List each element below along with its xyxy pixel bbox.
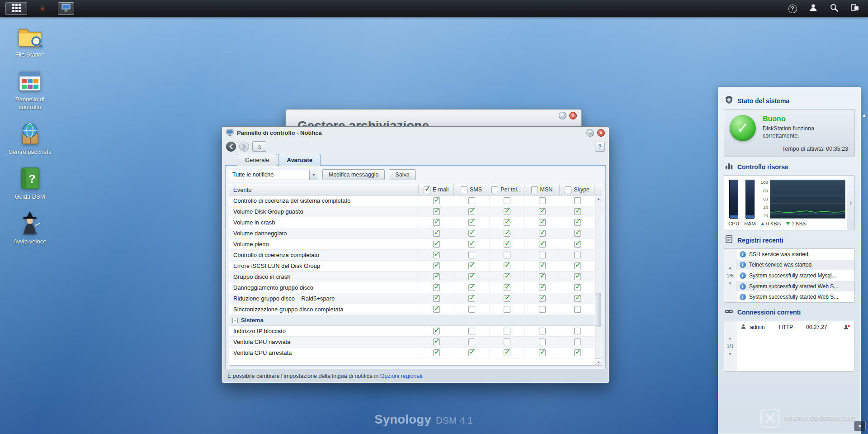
desktop-icon-guida-dsm[interactable]: ?Guida DSM [5,166,55,200]
row-checkbox-sms[interactable] [468,295,475,302]
row-checkbox-per-tel[interactable] [504,197,510,204]
row-checkbox-per-tel[interactable] [504,273,510,280]
close-button[interactable]: × [597,129,605,137]
tab-avanzate[interactable]: Avanzate [278,154,321,166]
row-checkbox-msn[interactable] [539,262,546,269]
scrollbar-thumb[interactable] [596,293,601,327]
resource-expand-button[interactable]: › [847,176,854,230]
row-checkbox-e-mail[interactable] [433,219,440,226]
desktop-icon-centro-pacchetti[interactable]: Centro pacchetti [5,121,55,156]
connection-row[interactable]: admin HTTP 00:27:27 [736,321,854,333]
scroll-up-icon[interactable]: ▲ [595,196,602,202]
row-checkbox-msn[interactable] [539,241,546,248]
table-row[interactable]: Riduzione gruppo disco – Raid5+spare [229,293,595,304]
row-checkbox-skype[interactable] [574,284,581,291]
table-row[interactable]: Volume Disk Group guasto [229,206,595,217]
column-checkbox-msn[interactable] [531,186,538,193]
row-checkbox-sms[interactable] [468,197,475,204]
pager-down-icon[interactable]: ▼ [728,281,732,286]
row-checkbox-sms[interactable] [468,262,475,269]
row-checkbox-skype[interactable] [574,197,581,204]
row-checkbox-per-tel[interactable] [504,295,510,302]
row-checkbox-msn[interactable] [539,252,546,258]
row-checkbox-skype[interactable] [574,230,581,237]
row-checkbox-skype[interactable] [574,219,581,226]
table-row[interactable]: Volume danneggiato [229,228,595,239]
row-checkbox-skype[interactable] [574,339,581,345]
row-checkbox-e-mail[interactable] [433,197,440,204]
scrollbar-track[interactable] [595,202,602,358]
row-checkbox-e-mail[interactable] [433,284,440,291]
column-header-e-mail[interactable]: E-mail [419,184,454,195]
table-row[interactable]: Controllo di coerenza del sistema comple… [229,196,595,206]
close-button[interactable]: × [569,112,577,119]
table-row[interactable]: Ventola CPU arrestata [229,348,595,358]
table-row[interactable]: Controllo di coerenza completato [229,250,595,261]
row-checkbox-msn[interactable] [539,295,546,302]
help-button[interactable]: ? [787,3,798,14]
column-header-per-tel[interactable]: Per tel... [489,184,524,195]
log-item[interactable]: iSystem successfully started Web S... [736,291,854,302]
row-checkbox-msn[interactable] [539,306,546,313]
column-checkbox-skype[interactable] [565,186,571,193]
row-checkbox-e-mail[interactable] [433,241,440,248]
row-checkbox-msn[interactable] [539,349,546,356]
window-titlebar[interactable]: Pannello di controllo - Notifica – × [225,127,606,139]
main-menu-button[interactable] [5,2,27,15]
row-checkbox-sms[interactable] [468,328,475,334]
pager-up-icon[interactable]: ▲ [728,336,732,340]
row-checkbox-msn[interactable] [539,219,546,226]
table-row[interactable]: Indirizzo IP bloccato [229,326,595,337]
home-button[interactable]: ⌂ [252,141,266,152]
column-header-sms[interactable]: SMS [454,184,489,195]
back-button[interactable] [226,142,236,152]
row-checkbox-per-tel[interactable] [504,262,510,269]
row-checkbox-skype[interactable] [574,349,581,356]
row-checkbox-sms[interactable] [468,273,475,280]
desktop-icon-pannello-di-controllo[interactable]: Pannello di controllo [5,68,55,111]
row-checkbox-per-tel[interactable] [504,219,510,226]
save-button[interactable]: Salva [389,169,415,180]
minimize-button[interactable]: – [559,112,566,119]
row-checkbox-skype[interactable] [574,295,581,302]
row-checkbox-per-tel[interactable] [504,328,510,334]
pager-up-icon[interactable]: ▲ [728,266,732,270]
row-checkbox-per-tel[interactable] [504,284,510,291]
row-checkbox-e-mail[interactable] [433,252,440,258]
collapse-icon[interactable]: − [232,318,238,323]
table-row[interactable]: Sincronizzazione gruppo disco completata [229,304,595,315]
row-checkbox-skype[interactable] [574,241,581,248]
row-checkbox-msn[interactable] [539,284,546,291]
row-checkbox-e-mail[interactable] [433,208,440,215]
log-item[interactable]: iSystem successfully started Mysql... [736,270,854,281]
row-checkbox-per-tel[interactable] [504,252,510,258]
column-checkbox-e-mail[interactable] [424,186,430,193]
log-item[interactable]: iTelnet service was started. [736,260,854,271]
row-checkbox-per-tel[interactable] [504,306,510,313]
row-checkbox-e-mail[interactable] [433,295,440,302]
row-checkbox-msn[interactable] [539,208,546,215]
row-checkbox-sms[interactable] [468,252,475,258]
forward-button[interactable] [239,142,249,152]
table-row[interactable]: Volume pieno [229,239,595,250]
quick-launch-task-button[interactable] [34,2,51,15]
row-checkbox-msn[interactable] [539,273,546,280]
row-checkbox-sms[interactable] [468,349,475,356]
user-menu-button[interactable] [807,3,819,14]
row-checkbox-e-mail[interactable] [433,328,440,334]
tab-generale[interactable]: Generale [237,154,277,166]
row-checkbox-skype[interactable] [574,208,581,215]
regional-options-link[interactable]: Opzioni regionali [380,373,422,379]
row-checkbox-skype[interactable] [574,252,581,258]
row-checkbox-per-tel[interactable] [504,349,510,356]
control-panel-task-button[interactable] [58,2,74,15]
notification-filter-select[interactable]: Tutte le notifiche ▼ [229,170,318,180]
desktop-icon-avvio-veloce[interactable]: Avvio veloce [5,210,55,245]
row-checkbox-skype[interactable] [574,328,581,334]
table-row[interactable]: Gruppo disco in crash [229,272,595,282]
minimize-button[interactable]: – [586,129,594,137]
section-row-sistema[interactable]: −Sistema [229,315,595,326]
row-checkbox-e-mail[interactable] [433,349,440,356]
row-checkbox-sms[interactable] [468,339,475,345]
pager-down-icon[interactable]: ▼ [728,352,732,356]
